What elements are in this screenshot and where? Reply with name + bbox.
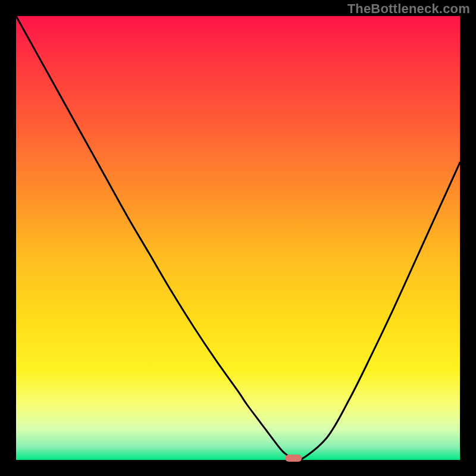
bottleneck-chart xyxy=(0,0,476,476)
chart-frame: TheBottleneck.com xyxy=(0,0,476,476)
optimum-marker xyxy=(285,455,302,462)
plot-area xyxy=(16,16,460,460)
watermark-label: TheBottleneck.com xyxy=(347,1,470,17)
